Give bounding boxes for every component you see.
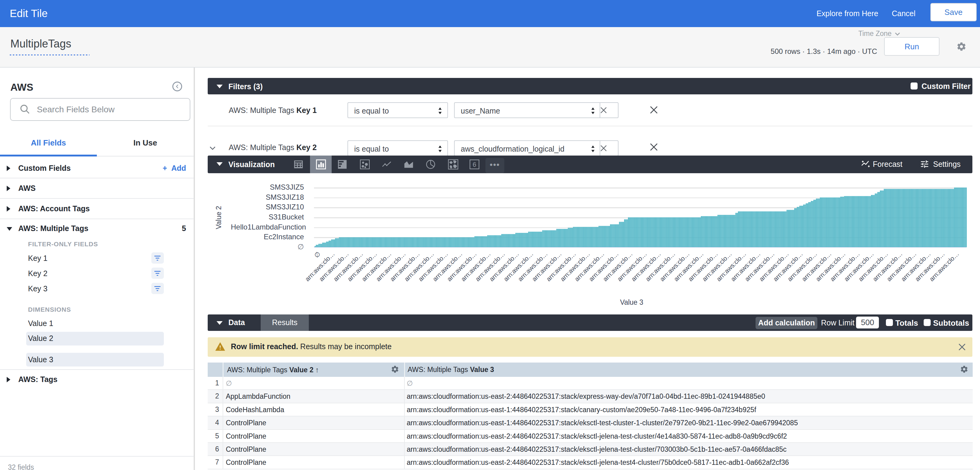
svg-text:6: 6	[473, 161, 476, 168]
